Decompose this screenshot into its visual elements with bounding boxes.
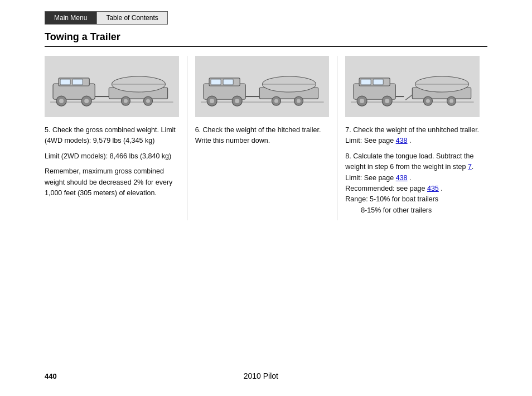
svg-point-8 xyxy=(84,99,89,103)
link-step7[interactable]: 7 xyxy=(468,163,472,171)
link-435[interactable]: 435 xyxy=(427,185,439,192)
col1-text: 5. Check the gross combined weight. Limi… xyxy=(45,125,179,199)
svg-point-25 xyxy=(235,99,239,103)
svg-point-16 xyxy=(146,99,150,103)
illustration-3 xyxy=(345,56,480,117)
svg-point-23 xyxy=(210,99,214,103)
page-wrapper: Main Menu Table of Contents Towing a Tra… xyxy=(0,0,532,396)
svg-rect-38 xyxy=(373,79,383,85)
svg-point-50 xyxy=(449,99,453,103)
page-number: 440 xyxy=(45,372,57,380)
svg-point-31 xyxy=(274,99,278,103)
illustration-1 xyxy=(45,56,179,117)
svg-rect-4 xyxy=(72,79,83,85)
svg-point-40 xyxy=(360,99,364,103)
svg-point-6 xyxy=(59,99,64,103)
svg-rect-37 xyxy=(361,79,371,85)
svg-point-48 xyxy=(426,99,430,103)
top-nav: Main Menu Table of Contents xyxy=(45,11,487,25)
link-438b[interactable]: 438 xyxy=(396,174,408,182)
svg-point-33 xyxy=(297,99,301,103)
svg-line-51 xyxy=(406,95,413,100)
svg-rect-20 xyxy=(211,79,221,85)
footer-center-text: 2010 Pilot xyxy=(244,371,278,380)
illustration-2 xyxy=(195,56,330,117)
page-title: Towing a Trailer xyxy=(45,31,487,47)
col3-text: 7. Check the weight of the unhitched tra… xyxy=(345,125,480,216)
toc-button[interactable]: Table of Contents xyxy=(96,11,167,25)
svg-rect-3 xyxy=(60,79,70,85)
column-3: 7. Check the weight of the unhitched tra… xyxy=(337,56,487,220)
svg-point-14 xyxy=(124,99,128,103)
main-menu-button[interactable]: Main Menu xyxy=(45,11,96,25)
link-438a[interactable]: 438 xyxy=(396,137,408,144)
svg-rect-21 xyxy=(223,79,233,85)
page-footer: 440 2010 Pilot xyxy=(45,371,487,380)
column-1: 5. Check the gross combined weight. Limi… xyxy=(45,56,187,220)
column-2: 6. Check the weight of the hitched trail… xyxy=(187,56,338,220)
columns-wrapper: 5. Check the gross combined weight. Limi… xyxy=(45,56,487,220)
col2-text: 6. Check the weight of the hitched trail… xyxy=(195,125,330,147)
svg-point-42 xyxy=(385,99,390,103)
